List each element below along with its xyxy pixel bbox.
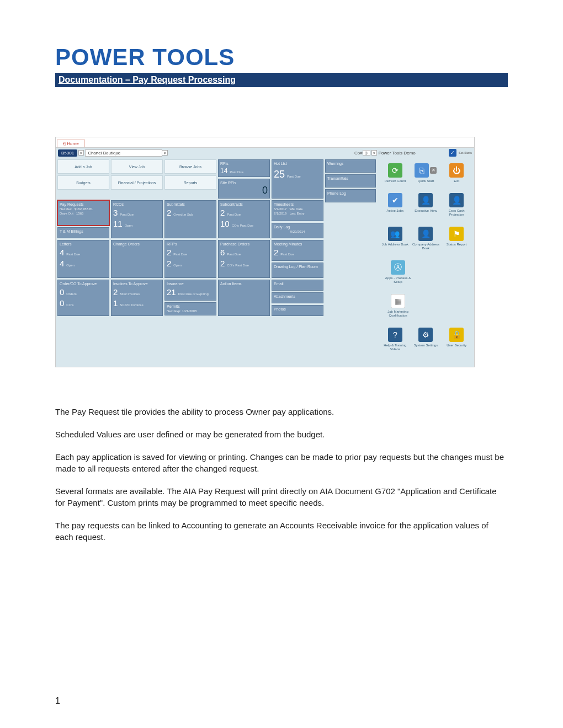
tile-invoices-approve[interactable]: Invoices To Approve 2Misc Invoices 1SC/P…: [111, 280, 163, 316]
btn-system-settings[interactable]: ⚙System Settings: [412, 328, 439, 351]
tile-title: Change Orders: [113, 242, 161, 246]
tile-sublabel: Past Due: [227, 213, 241, 216]
tile-order-co-approve[interactable]: Order/CO To Approve 0Orders 0CO's: [57, 280, 109, 316]
tile-subcontracts[interactable]: Subcontracts 2Past Due 10CO's Past Due: [218, 200, 270, 238]
tile-title: T & M Billings: [60, 229, 107, 233]
tile-sublabel: Orders: [66, 292, 76, 296]
tile-attachments[interactable]: Attachments: [272, 292, 323, 303]
tile-insurance[interactable]: Insurance 21Past Due or Expiring: [164, 280, 216, 301]
btn-exec-cash[interactable]: 👤Exec Cash Projection: [443, 193, 470, 217]
job-code-badge[interactable]: B5001: [58, 149, 77, 157]
job-name-dropdown-icon[interactable]: ▾: [162, 150, 168, 156]
nav-add-job[interactable]: Add a Job: [57, 159, 109, 174]
btn-help-training[interactable]: ?Help & Training Videos: [381, 328, 409, 351]
tile-title: Transmittals: [327, 176, 374, 180]
btn-company-address-book[interactable]: 👤Company Address Book: [412, 227, 439, 250]
tile-warnings[interactable]: Warnings: [325, 159, 376, 173]
tile-phone-log[interactable]: Phone Log: [325, 189, 376, 202]
tile-title: Warnings: [327, 162, 374, 165]
tile-sublabel: Open: [173, 264, 182, 267]
tile-email[interactable]: Email: [272, 280, 323, 291]
tile-drawing-log[interactable]: Drawing Log / Plan Room: [272, 263, 323, 278]
nav-reports[interactable]: Reports: [164, 175, 216, 190]
close-icon[interactable]: ✕: [430, 167, 437, 174]
co-value-field[interactable]: 3: [363, 150, 370, 156]
tile-action-items[interactable]: Action Items: [218, 280, 270, 316]
btn-executive-view[interactable]: 👤Executive View: [412, 193, 439, 217]
tile-rfps[interactable]: RFP's 2Past Due 2Open: [164, 240, 216, 278]
tab-home[interactable]: ⎗ Home: [57, 140, 85, 147]
icon-label: Refresh Count: [381, 179, 409, 183]
job-dropdown-icon[interactable]: ▾: [78, 150, 84, 156]
value: 7/1/2019: [274, 212, 286, 215]
nav-fin-projections[interactable]: Financial / Projections: [111, 175, 163, 190]
icon-label: Executive View: [412, 209, 439, 213]
tile-site-rfis[interactable]: Site RFIs 0: [218, 179, 270, 199]
icon-label: System Settings: [412, 344, 439, 347]
tile-tm-billings[interactable]: T & M Billings: [57, 227, 109, 238]
tile-photos[interactable]: Photos: [272, 305, 323, 316]
tile-value: 0: [60, 298, 64, 308]
btn-quick-start[interactable]: ⎘✕Quick Start: [412, 163, 439, 183]
power-icon: ⏻: [449, 163, 464, 178]
tile-value: 6: [220, 248, 225, 257]
btn-active-jobs[interactable]: ✔Active Jobs: [381, 193, 409, 217]
tile-value: 2: [274, 248, 278, 257]
tile-sublabel: Past Due: [227, 253, 241, 256]
stats-toggle-button[interactable]: ✓: [449, 149, 456, 157]
person-icon: 👤: [418, 227, 433, 241]
tile-transmittals[interactable]: Transmittals: [325, 174, 376, 188]
body-paragraph: The Pay Request tile provides the abilit…: [55, 406, 508, 417]
company-name: Power Tools Demo: [379, 151, 416, 156]
btn-job-address-book[interactable]: 👥Job Address Book: [381, 227, 409, 250]
tile-value: 4: [60, 259, 64, 268]
btn-exit[interactable]: ⏻Exit: [443, 163, 470, 183]
icon-label: Exit: [443, 179, 470, 183]
tile-value: 2: [113, 287, 118, 297]
tile-title: Invoices To Approve: [113, 282, 161, 286]
tile-rcos[interactable]: RCOs 3Past Due 11Open: [111, 200, 163, 238]
icon-label: Active Jobs: [381, 209, 409, 213]
person-icon: 👤: [418, 193, 433, 207]
tile-sublabel: Past Due: [66, 253, 80, 256]
tile-meeting-minutes[interactable]: Meeting Minutes 2Past Due: [272, 240, 323, 261]
tile-value: 0: [262, 185, 268, 196]
btn-user-security[interactable]: 🔒User Security: [443, 328, 470, 351]
job-name-field[interactable]: Chanel Boutique: [85, 149, 162, 157]
icon-label: Company Address Book: [412, 243, 439, 250]
tile-title: RFP's: [167, 242, 214, 246]
btn-apps-process[interactable]: ⒶApps - Process & Setup: [384, 260, 412, 284]
btn-job-marketing[interactable]: ▦Job Marketing Qualification: [384, 294, 412, 318]
doc-title: POWER TOOLS: [55, 44, 508, 71]
tile-value: 1: [113, 298, 118, 308]
btn-refresh-count[interactable]: ⟳Refresh Count: [381, 163, 409, 183]
tile-letters[interactable]: Letters 4Past Due 4Open: [57, 240, 109, 278]
value: Next Exp: 10/1/2008: [167, 309, 214, 313]
nav-budgets[interactable]: Budgets: [57, 175, 109, 190]
tile-sublabel: Past Due: [287, 175, 301, 178]
tile-title: Pay Requests: [60, 202, 107, 206]
tile-timesheets[interactable]: Timesheets 5/7/2017 WE Date 7/1/2019 Las…: [272, 200, 323, 221]
quickstart-icon: ⎘: [415, 163, 429, 178]
btn-status-report[interactable]: ⚑Status Report: [443, 227, 470, 250]
icon-label: User Security: [443, 344, 470, 347]
doc-subtitle: Documentation – Pay Request Processing: [55, 73, 508, 87]
tile-title: Action Items: [220, 282, 268, 286]
nav-browse-jobs[interactable]: Browse Jobs: [164, 159, 216, 174]
tile-sublabel: Past Due: [120, 213, 134, 216]
tile-daily-log[interactable]: Daily Log 9/29/2014: [272, 223, 323, 238]
tile-value: 21: [167, 287, 176, 297]
tile-pay-requests[interactable]: Pay Requests Net Rec. $182,788.81 Days O…: [57, 200, 109, 226]
tile-purchase-orders[interactable]: Purchase Orders 6Past Due 2CO's Past Due: [218, 240, 270, 278]
value: 9/29/2014: [274, 230, 321, 233]
tile-permits[interactable]: Permits Next Exp: 10/1/2008: [164, 302, 216, 315]
tile-change-orders[interactable]: Change Orders: [111, 240, 163, 278]
tile-rfis[interactable]: RFIs 14Past Due: [218, 159, 270, 177]
tile-hotlist[interactable]: Hot List 25Past Due: [272, 159, 323, 199]
nav-view-job[interactable]: View Job: [111, 159, 163, 174]
tile-title: Order/CO To Approve: [60, 282, 107, 286]
icon-label: Job Marketing Qualification: [384, 310, 412, 318]
tile-submittals[interactable]: Submittals 2Overdue Sub: [164, 200, 216, 238]
tile-value: 2: [167, 248, 171, 257]
co-dropdown-icon[interactable]: ▾: [371, 150, 377, 156]
